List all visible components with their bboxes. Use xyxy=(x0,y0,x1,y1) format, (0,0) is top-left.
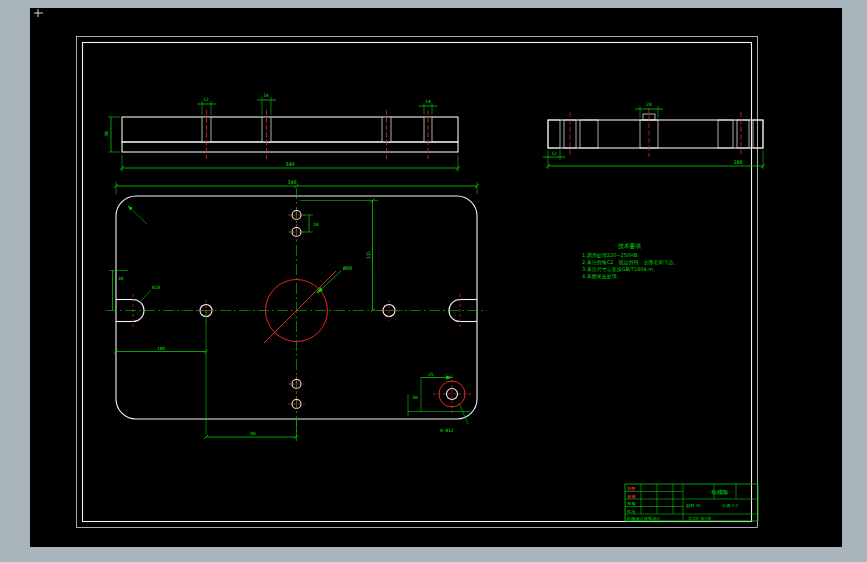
tb-audit-label: 审核 xyxy=(627,501,636,506)
dim-plan-right-height[interactable]: 115 xyxy=(366,251,371,259)
tb-sheet: 共1张 第1张 xyxy=(688,516,712,521)
model-space-canvas[interactable] xyxy=(30,8,842,547)
dim-hole-pair[interactable]: 18 xyxy=(313,222,319,227)
dim-front-height[interactable]: 30 xyxy=(104,131,109,137)
tb-org: 机械设计课程设计 xyxy=(626,516,661,521)
dim-slot-radius[interactable]: R10 xyxy=(152,285,160,290)
dim-side-boss[interactable]: 20 xyxy=(646,102,652,107)
dim-front-length[interactable]: 340 xyxy=(285,161,294,167)
notes-line-3[interactable]: 3.未注尺寸公差按GB/T1804-m。 xyxy=(582,266,658,272)
notes-line-2[interactable]: 2.未注倒角C2，锐边倒钝，去除毛刺飞边。 xyxy=(582,259,678,266)
notes-line-4[interactable]: 4.表面发蓝处理。 xyxy=(582,273,622,280)
dim-plan-left-offset[interactable]: 30 xyxy=(118,276,124,281)
dim-br-y[interactable]: 30 xyxy=(412,395,418,400)
dim-br-x[interactable]: 25 xyxy=(428,372,434,377)
notes-title[interactable]: 技术要求 xyxy=(617,243,641,250)
dim-front-hole1[interactable]: 12 xyxy=(203,97,209,102)
dim-side-length[interactable]: 180 xyxy=(733,159,742,165)
dim-plan-left-span[interactable]: 100 xyxy=(157,346,165,351)
tb-part-name: 钻模板 xyxy=(711,489,729,496)
tb-check-label: 校核 xyxy=(627,494,636,499)
dim-plan-bottom-span[interactable]: 90 xyxy=(250,431,256,436)
tb-approve-label: 批准 xyxy=(626,509,636,514)
drawing-svg: 12 16 14 340 30 xyxy=(0,0,867,562)
dim-side-slot[interactable]: 12 xyxy=(551,151,557,156)
tb-design-label: 制图 xyxy=(627,486,635,491)
dim-br-callout[interactable]: 4-Ø12 xyxy=(440,428,454,433)
dim-front-hole3[interactable]: 14 xyxy=(425,99,431,104)
cad-window: 12 16 14 340 30 xyxy=(0,0,867,562)
dim-bore[interactable]: Ø60 xyxy=(343,265,352,271)
dim-front-hole2[interactable]: 16 xyxy=(263,93,269,98)
dim-plan-width[interactable]: 340 xyxy=(287,179,296,185)
notes-line-1[interactable]: 1.调质处理220~250HB。 xyxy=(582,252,642,259)
